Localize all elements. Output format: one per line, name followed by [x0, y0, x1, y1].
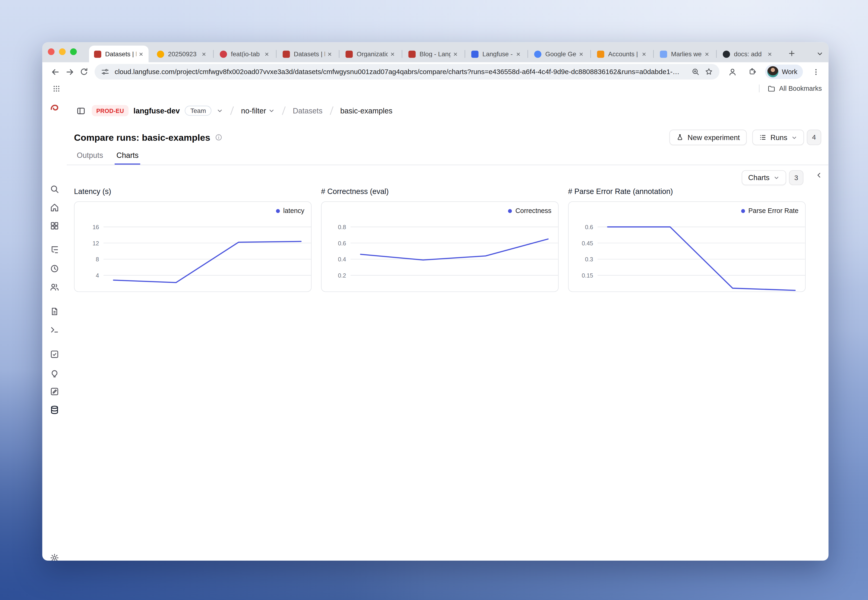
- list-icon: [759, 133, 766, 141]
- sidebar-item-scores[interactable]: [46, 346, 63, 362]
- sidebar-item-datasets[interactable]: [46, 402, 63, 418]
- langfuse-favicon: [283, 50, 290, 58]
- browser-tab[interactable]: Blog - Lang: [404, 45, 463, 62]
- tab-strip: Datasets | la 20250923 feat(io-tab Datas…: [42, 42, 829, 62]
- org-type-badge[interactable]: Team: [185, 106, 212, 115]
- flask-icon: [676, 133, 684, 141]
- sidebar-item-dashboards[interactable]: [46, 217, 63, 234]
- forward-button[interactable]: [62, 65, 77, 79]
- sidebar-item-home[interactable]: [46, 199, 63, 216]
- runs-selector-button[interactable]: Runs: [752, 130, 804, 145]
- new-tab-button[interactable]: [785, 46, 799, 61]
- gemini-favicon: [534, 50, 541, 58]
- sidebar-item-insights[interactable]: [46, 365, 63, 382]
- tab-search-button[interactable]: [812, 46, 827, 61]
- users-icon: [50, 282, 59, 292]
- breadcrumb-datasets[interactable]: Datasets: [293, 106, 322, 115]
- chevron-down-icon[interactable]: [217, 108, 223, 114]
- project-selector[interactable]: no-filter: [241, 106, 275, 115]
- breadcrumb-slash: [280, 106, 288, 115]
- browser-tab[interactable]: Accounts |: [592, 45, 651, 62]
- tab-close-icon[interactable]: [765, 50, 774, 58]
- tab-close-icon[interactable]: [451, 50, 460, 58]
- collapse-panel-button[interactable]: [813, 170, 825, 181]
- browser-tab[interactable]: Langfuse -: [466, 45, 526, 62]
- sidebar-item-playground[interactable]: [46, 321, 63, 338]
- breadcrumb-dataset-name[interactable]: basic-examples: [340, 106, 392, 115]
- sessions-icon: [50, 264, 59, 274]
- site-settings-icon[interactable]: [100, 67, 110, 77]
- sidebar-item-tracing[interactable]: [46, 241, 63, 258]
- sidebar-item-annotation[interactable]: [46, 383, 63, 400]
- tab-close-icon[interactable]: [325, 50, 334, 58]
- browser-profile-chip[interactable]: Work: [765, 65, 803, 79]
- chart-latency: Latency (s) latency 481216: [74, 188, 312, 292]
- window-controls: [48, 48, 77, 55]
- legend-dot: [276, 209, 280, 213]
- tab-close-icon[interactable]: [514, 50, 522, 58]
- scores-icon: [50, 349, 59, 359]
- account-button[interactable]: [725, 65, 739, 79]
- tab-title: docs: add: [734, 51, 765, 58]
- all-bookmarks-button[interactable]: All Bookmarks: [759, 84, 822, 92]
- panel-toggle-icon: [76, 106, 85, 115]
- sidebar-item-users[interactable]: [46, 279, 63, 295]
- tab-charts[interactable]: Charts: [115, 151, 140, 165]
- breadcrumb-slash: [228, 106, 236, 115]
- tab-close-icon[interactable]: [639, 50, 648, 58]
- sidebar-item-settings[interactable]: [46, 550, 63, 561]
- charts-content: Charts 3 Latency (s) latency: [67, 165, 829, 561]
- tab-close-icon[interactable]: [388, 50, 397, 58]
- tab-outputs[interactable]: Outputs: [75, 151, 105, 165]
- charts-row: Latency (s) latency 481216 # Correctness…: [74, 188, 806, 292]
- new-experiment-button[interactable]: New experiment: [669, 130, 747, 145]
- bookmark-star-icon[interactable]: [704, 67, 714, 77]
- browser-tab[interactable]: Datasets | la: [89, 45, 149, 62]
- address-bar[interactable]: cloud.langfuse.com/project/cmfwgv8fx002o…: [94, 64, 719, 79]
- tab-close-icon[interactable]: [137, 50, 145, 58]
- collapse-left-icon: [816, 172, 822, 179]
- tab-title: Langfuse -: [483, 51, 514, 58]
- apps-grid-button[interactable]: [49, 82, 63, 95]
- browser-tab[interactable]: 20250923: [152, 45, 211, 62]
- langfuse-favicon: [346, 50, 353, 58]
- bookmarks-bar: All Bookmarks: [42, 81, 829, 95]
- bookmarks-separator: [759, 85, 760, 92]
- settings-icon: [50, 553, 59, 561]
- browser-tab[interactable]: Marlies we: [655, 45, 715, 62]
- browser-tab[interactable]: docs: add: [718, 45, 777, 62]
- reload-button[interactable]: [77, 65, 91, 79]
- apps-grid-icon: [52, 84, 61, 92]
- tab-close-icon[interactable]: [577, 50, 585, 58]
- sidebar-item-prompts[interactable]: [46, 303, 63, 320]
- browser-menu-button[interactable]: [809, 65, 823, 79]
- legend-dot: [508, 209, 512, 213]
- tab-close-icon[interactable]: [262, 50, 271, 58]
- chart-card: Correctness 0.20.40.60.8: [321, 202, 558, 292]
- chart-legend: latency: [276, 207, 305, 215]
- sidebar-item-sessions[interactable]: [46, 260, 63, 277]
- page-header: Compare runs: basic-examples New experim…: [67, 126, 829, 149]
- sidebar-item-search[interactable]: [46, 181, 63, 197]
- sidebar-toggle-button[interactable]: [74, 105, 87, 117]
- extensions-button[interactable]: [745, 65, 760, 79]
- tab-close-icon[interactable]: [199, 50, 208, 58]
- back-button[interactable]: [48, 65, 62, 79]
- chart-title: # Correctness (eval): [321, 188, 558, 196]
- organization-name[interactable]: langfuse-dev: [134, 106, 180, 115]
- minimize-window-button[interactable]: [59, 48, 66, 55]
- info-icon[interactable]: [215, 133, 223, 141]
- tab-close-icon[interactable]: [702, 50, 711, 58]
- browser-tab[interactable]: Organizatio: [340, 45, 400, 62]
- charts-selector-button[interactable]: Charts: [742, 170, 786, 185]
- github-favicon: [723, 50, 730, 58]
- close-window-button[interactable]: [48, 48, 55, 55]
- browser-tab[interactable]: Google Ge: [529, 45, 589, 62]
- search-icon: [50, 184, 59, 194]
- tab-title: Datasets | la: [294, 51, 325, 58]
- tab-title: Datasets | la: [105, 51, 137, 58]
- zoom-icon[interactable]: [690, 67, 701, 77]
- browser-tab[interactable]: feat(io-tab: [215, 45, 274, 62]
- maximize-window-button[interactable]: [70, 48, 77, 55]
- browser-tab[interactable]: Datasets | la: [278, 45, 337, 62]
